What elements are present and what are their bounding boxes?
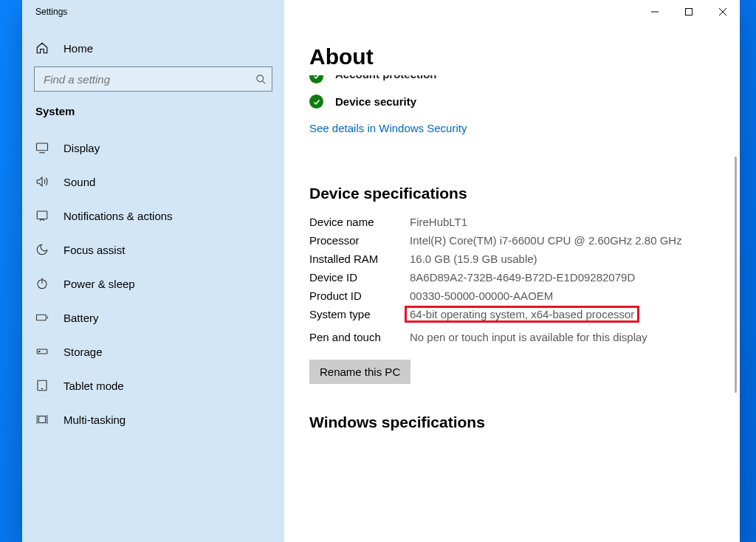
spec-value-ram: 16.0 GB (15.9 GB usable) <box>410 253 715 265</box>
display-icon <box>35 141 49 154</box>
search-wrap <box>34 66 272 92</box>
sidebar-item-sound[interactable]: Sound <box>22 165 284 199</box>
sidebar-item-label: Battery <box>63 312 99 324</box>
spec-label-system-type: System type <box>309 308 405 325</box>
battery-icon <box>35 311 49 324</box>
power-icon <box>35 277 49 290</box>
device-spec-heading: Device specifications <box>309 185 715 202</box>
page-title: About <box>309 44 715 69</box>
sidebar-home-label: Home <box>63 42 93 55</box>
spec-value-system-type: 64-bit operating system, x64-based proce… <box>410 308 715 325</box>
check-icon <box>309 75 323 83</box>
storage-icon <box>35 345 49 358</box>
check-icon <box>309 95 323 109</box>
spec-value-system-type-text: 64-bit operating system, x64-based proce… <box>410 308 634 320</box>
tablet-icon <box>35 379 49 392</box>
notifications-icon <box>35 209 49 222</box>
close-button[interactable] <box>706 0 740 24</box>
device-spec-table: Device name FireHubLT1 Processor Intel(R… <box>309 216 715 343</box>
sidebar-item-display[interactable]: Display <box>22 131 284 165</box>
spec-value-device-name: FireHubLT1 <box>410 216 715 228</box>
spec-label-ram: Installed RAM <box>309 253 405 265</box>
sidebar-home[interactable]: Home <box>22 34 284 62</box>
window-title: Settings <box>22 7 67 17</box>
sidebar-item-storage[interactable]: Storage <box>22 335 284 368</box>
highlight-annotation: 64-bit operating system, x64-based proce… <box>405 306 639 323</box>
sidebar-item-notifications[interactable]: Notifications & actions <box>22 199 284 233</box>
main-content: About Account protection Device security… <box>284 24 740 542</box>
sidebar-item-label: Focus assist <box>63 244 125 256</box>
sidebar-item-label: Power & sleep <box>63 278 135 290</box>
svg-rect-1 <box>686 9 693 16</box>
spec-value-pen: No pen or touch input is available for t… <box>410 331 715 343</box>
sidebar-item-label: Multi-tasking <box>63 414 126 426</box>
svg-rect-6 <box>37 143 48 151</box>
minimize-button[interactable] <box>638 0 672 24</box>
svg-line-5 <box>262 80 265 83</box>
sidebar-heading: System <box>22 102 284 131</box>
svg-marker-8 <box>37 177 42 186</box>
windows-security-link[interactable]: See details in Windows Security <box>309 122 467 134</box>
spec-label-device-name: Device name <box>309 216 405 228</box>
spec-value-processor: Intel(R) Core(TM) i7-6600U CPU @ 2.60GHz… <box>410 234 715 247</box>
sidebar-item-label: Sound <box>63 176 95 188</box>
search-icon <box>255 66 267 92</box>
spec-value-device-id: 8A6D89A2-732B-4649-B72D-E1D09282079D <box>410 271 715 284</box>
rename-pc-button[interactable]: Rename this PC <box>309 360 410 384</box>
sidebar-item-multitasking[interactable]: Multi-tasking <box>22 402 284 436</box>
titlebar: Settings <box>22 0 740 24</box>
spec-label-device-id: Device ID <box>309 271 405 284</box>
sidebar-item-battery[interactable]: Battery <box>22 301 284 335</box>
windows-spec-heading: Windows specifications <box>309 414 715 431</box>
security-device-security[interactable]: Device security <box>309 92 715 112</box>
spec-label-processor: Processor <box>309 234 405 247</box>
scrollbar[interactable] <box>735 157 737 393</box>
sidebar: Home System Display <box>22 24 284 542</box>
spec-label-pen: Pen and touch <box>309 331 405 343</box>
search-input[interactable] <box>34 66 272 92</box>
svg-rect-20 <box>39 416 46 423</box>
sidebar-item-label: Display <box>63 142 100 154</box>
sidebar-item-tablet-mode[interactable]: Tablet mode <box>22 368 284 402</box>
sidebar-item-label: Notifications & actions <box>63 210 173 222</box>
svg-rect-9 <box>37 211 47 219</box>
security-label: Account protection <box>335 75 437 80</box>
sidebar-item-label: Storage <box>63 346 103 358</box>
spec-value-product-id: 00330-50000-00000-AAOEM <box>410 289 715 302</box>
security-label: Device security <box>335 95 416 108</box>
sound-icon <box>35 175 49 188</box>
home-icon <box>35 41 49 55</box>
svg-rect-12 <box>37 315 47 320</box>
svg-point-4 <box>257 75 264 81</box>
focus-assist-icon <box>35 243 49 256</box>
spec-label-product-id: Product ID <box>309 289 405 302</box>
svg-point-15 <box>39 351 41 352</box>
sidebar-item-label: Tablet mode <box>63 380 124 392</box>
multitasking-icon <box>35 413 49 426</box>
security-account-protection[interactable]: Account protection <box>309 75 715 92</box>
sidebar-item-power[interactable]: Power & sleep <box>22 267 284 301</box>
settings-window: Settings Home Sy <box>22 0 740 542</box>
maximize-button[interactable] <box>672 0 706 24</box>
sidebar-item-focus-assist[interactable]: Focus assist <box>22 233 284 267</box>
